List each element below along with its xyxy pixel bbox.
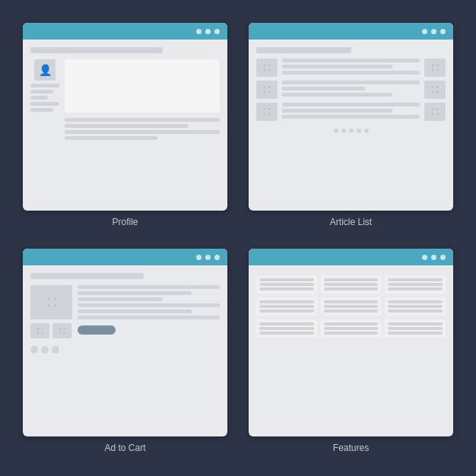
article-line xyxy=(282,93,392,97)
pagination xyxy=(256,129,446,133)
profile-left-panel: 👤 xyxy=(30,59,59,140)
article-line xyxy=(282,115,420,119)
article-line xyxy=(282,81,420,84)
addcart-dots xyxy=(30,346,72,354)
feature-line xyxy=(259,300,314,303)
article-line xyxy=(282,71,420,75)
feature-line xyxy=(259,327,314,330)
feature-line xyxy=(388,322,443,325)
profile-line xyxy=(30,96,48,100)
feature-line xyxy=(324,287,379,290)
feature-line xyxy=(259,278,314,281)
dot-1 xyxy=(196,29,202,34)
feature-line xyxy=(259,322,314,325)
feature-line xyxy=(388,305,443,308)
product-thumb-2: ⛶ xyxy=(52,323,71,338)
article-top-bar xyxy=(256,47,351,53)
profile-line xyxy=(65,130,220,134)
feature-cell xyxy=(385,275,446,294)
profile-label: Profile xyxy=(112,217,138,227)
add-to-cart-card-wrapper: ⛶ ⛶ ⛶ xyxy=(23,249,227,453)
profile-top-bar xyxy=(30,47,163,53)
addcart-right-panel xyxy=(78,285,220,354)
add-to-cart-label: Ad to Cart xyxy=(104,443,145,453)
feature-line xyxy=(388,283,443,286)
article-line xyxy=(282,103,420,106)
dot-3 xyxy=(214,29,220,34)
profile-line xyxy=(30,108,53,112)
article-line xyxy=(282,87,365,90)
pagination-dot xyxy=(357,129,361,133)
avatar-icon: 👤 xyxy=(34,59,56,81)
feature-line xyxy=(388,332,443,335)
dot-2 xyxy=(431,29,436,34)
feature-line xyxy=(324,327,379,330)
feature-cell xyxy=(385,297,446,316)
pagination-dot xyxy=(364,129,369,133)
feature-line xyxy=(388,309,443,313)
feature-line xyxy=(388,327,443,330)
addcart-left-panel: ⛶ ⛶ ⛶ xyxy=(30,285,72,354)
feature-cell xyxy=(385,319,446,338)
feature-line xyxy=(388,300,443,303)
dot-3 xyxy=(440,29,446,34)
addcart-titlebar xyxy=(23,249,227,265)
circle-dot xyxy=(52,346,59,354)
feature-cell xyxy=(256,319,317,338)
feature-line xyxy=(259,309,314,313)
profile-right-panel xyxy=(65,59,220,140)
dot-2 xyxy=(205,29,211,34)
article-row: ⛶ ⛶ xyxy=(256,81,446,99)
addcart-line xyxy=(78,297,163,301)
article-thumb: ⛶ xyxy=(256,59,278,77)
feature-line xyxy=(324,278,379,281)
dot-1 xyxy=(422,255,427,260)
feature-line xyxy=(388,287,443,290)
article-thumb-right: ⛶ xyxy=(424,59,446,77)
profile-line xyxy=(65,136,157,140)
dot-2 xyxy=(205,255,211,260)
article-thumb-right: ⛶ xyxy=(424,81,446,99)
feature-cell xyxy=(256,297,317,316)
feature-line xyxy=(388,278,443,281)
feature-line xyxy=(259,287,314,290)
article-content-area: ⛶ ⛶ ⛶ xyxy=(249,40,453,141)
addcart-line xyxy=(78,303,220,307)
profile-line xyxy=(30,90,53,94)
article-titlebar xyxy=(249,23,453,40)
feature-line xyxy=(324,332,379,335)
feature-line xyxy=(324,305,379,308)
circle-dot xyxy=(30,346,38,354)
main-grid: 👤 xyxy=(0,0,476,476)
features-titlebar xyxy=(249,249,453,265)
dot-1 xyxy=(422,29,427,34)
add-to-cart-button[interactable] xyxy=(78,325,116,335)
features-grid xyxy=(256,275,446,338)
feature-line xyxy=(324,283,379,286)
article-line xyxy=(282,109,392,113)
feature-cell xyxy=(321,319,382,338)
feature-line xyxy=(324,322,379,325)
feature-cell xyxy=(321,275,382,294)
product-thumb-1: ⛶ xyxy=(30,323,49,338)
article-browser-window: ⛶ ⛶ ⛶ xyxy=(249,23,453,211)
addcart-line xyxy=(78,309,192,313)
article-line xyxy=(282,59,420,62)
pagination-dot xyxy=(341,129,346,133)
features-content-area xyxy=(249,265,453,345)
product-main-image: ⛶ xyxy=(30,285,72,319)
features-card-wrapper: Features xyxy=(249,249,453,453)
article-thumb: ⛶ xyxy=(256,103,278,121)
addcart-line xyxy=(78,285,220,289)
profile-line xyxy=(65,124,189,128)
dot-3 xyxy=(214,255,220,260)
feature-line xyxy=(324,309,379,313)
dot-3 xyxy=(440,255,446,260)
features-label: Features xyxy=(333,443,369,453)
article-row: ⛶ ⛶ xyxy=(256,59,446,77)
profile-titlebar xyxy=(23,23,227,40)
addcart-content-area: ⛶ ⛶ ⛶ xyxy=(23,265,227,361)
profile-card-wrapper: 👤 xyxy=(23,23,227,227)
dot-2 xyxy=(431,255,436,260)
article-line xyxy=(282,65,392,68)
